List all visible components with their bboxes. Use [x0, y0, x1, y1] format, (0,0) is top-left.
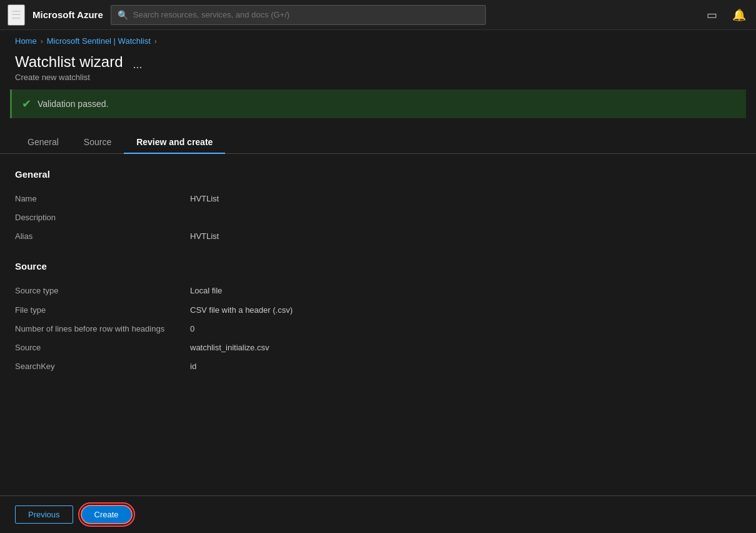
field-value-lines-before-heading: 0: [190, 323, 194, 335]
previous-button[interactable]: Previous: [15, 505, 73, 524]
main-content: General Name HVTList Description Alias H…: [0, 154, 756, 407]
topbar-actions: ▭ 🔔: [704, 6, 748, 24]
breadcrumb-sep-1: ›: [41, 37, 43, 46]
breadcrumb-sep-2: ›: [154, 37, 157, 46]
hamburger-menu-button[interactable]: ☰: [8, 4, 25, 26]
search-bar[interactable]: 🔍: [111, 5, 486, 25]
checkmark-icon: ✔: [22, 97, 31, 111]
topbar: ☰ Microsoft Azure 🔍 ▭ 🔔: [0, 0, 756, 30]
field-label-source-type: Source type: [15, 285, 190, 297]
field-value-alias: HVTList: [190, 231, 219, 242]
field-row-source: Source watchlist_initialize.csv: [15, 338, 741, 357]
field-value-source-type: Local file: [190, 285, 222, 297]
general-section-title: General: [15, 169, 741, 180]
field-row-description: Description: [15, 208, 741, 227]
tab-general[interactable]: General: [15, 131, 71, 153]
field-row-lines-before-heading: Number of lines before row with headings…: [15, 320, 741, 338]
tabs-container: General Source Review and create: [0, 121, 756, 154]
page-header: Watchlist wizard Create new watchlist ..…: [0, 48, 756, 89]
search-icon: 🔍: [118, 10, 128, 20]
field-value-source: watchlist_initialize.csv: [190, 342, 269, 353]
breadcrumb-sentinel[interactable]: Microsoft Sentinel | Watchlist: [47, 36, 151, 46]
tab-source[interactable]: Source: [71, 131, 124, 153]
notifications-button[interactable]: 🔔: [730, 6, 748, 24]
source-section: Source Source type Local file File type …: [15, 261, 741, 376]
field-row-alias: Alias HVTList: [15, 227, 741, 246]
validation-banner: ✔ Validation passed.: [10, 89, 746, 118]
page-title-area: Watchlist wizard Create new watchlist: [15, 53, 123, 82]
field-row-name: Name HVTList: [15, 190, 741, 208]
page-title: Watchlist wizard: [15, 53, 123, 71]
field-label-name: Name: [15, 193, 190, 205]
source-section-title: Source: [15, 261, 741, 272]
field-label-lines-before-heading: Number of lines before row with headings: [15, 323, 190, 335]
page-subtitle: Create new watchlist: [15, 73, 123, 82]
field-label-searchkey: SearchKey: [15, 361, 190, 372]
breadcrumb-home[interactable]: Home: [15, 36, 37, 46]
more-options-button[interactable]: ...: [129, 57, 146, 73]
general-section: General Name HVTList Description Alias H…: [15, 169, 741, 246]
breadcrumb: Home › Microsoft Sentinel | Watchlist ›: [0, 30, 756, 48]
field-row-source-type: Source type Local file: [15, 282, 741, 300]
field-value-name: HVTList: [190, 193, 219, 205]
field-row-file-type: File type CSV file with a header (.csv): [15, 301, 741, 320]
app-title: Microsoft Azure: [33, 9, 103, 20]
create-button[interactable]: Create: [81, 505, 133, 524]
field-label-source: Source: [15, 342, 190, 353]
validation-text: Validation passed.: [38, 99, 108, 109]
search-input[interactable]: [133, 10, 479, 19]
cloud-shell-button[interactable]: ▭: [704, 6, 720, 24]
field-label-file-type: File type: [15, 305, 190, 316]
field-value-searchkey: id: [190, 361, 196, 372]
field-value-file-type: CSV file with a header (.csv): [190, 305, 293, 316]
tab-review-and-create[interactable]: Review and create: [124, 131, 225, 153]
footer: Previous Create: [0, 495, 756, 533]
field-label-description: Description: [15, 212, 190, 223]
field-row-searchkey: SearchKey id: [15, 357, 741, 376]
field-label-alias: Alias: [15, 231, 190, 242]
